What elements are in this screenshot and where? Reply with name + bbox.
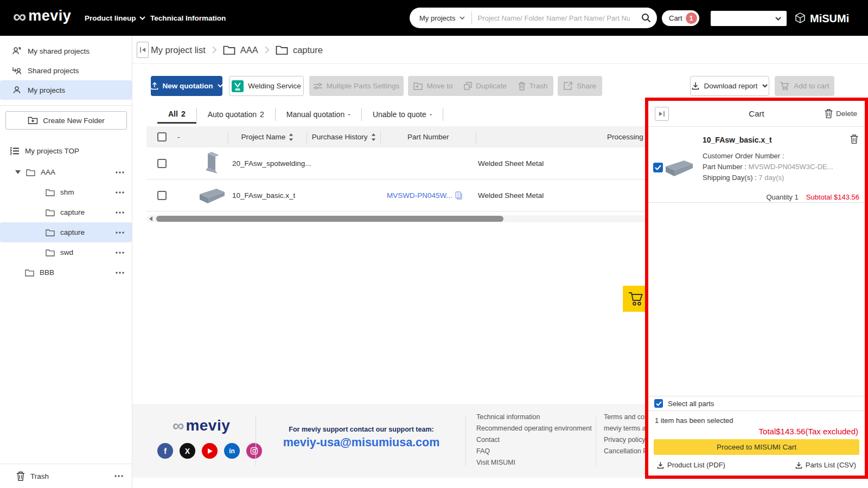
footer-link[interactable]: Contact [476,436,592,447]
sidebar-item-my-projects-top[interactable]: My projects TOP [0,143,132,159]
tab-manual-quotation[interactable]: Manual quotation- [276,105,361,124]
cart-total: Total$143.56(Tax excluded) [655,427,858,436]
caret-down-icon[interactable] [15,170,21,174]
proceed-to-misumi-cart-button[interactable]: Proceed to MISUMI Cart [654,439,859,455]
trash-button[interactable]: Trash [518,82,548,91]
misumi-logo[interactable]: MiSUMi [794,12,849,25]
tree-folder-BBB[interactable]: BBB [0,262,132,282]
checkbox-checked-icon[interactable] [654,399,663,408]
trash-icon[interactable] [850,134,858,144]
row-checkbox[interactable] [157,159,167,168]
add-to-cart-button[interactable]: Add to cart [775,76,834,96]
create-new-folder-button[interactable]: Create New Folder [5,111,127,130]
tree-folder-AAA[interactable]: AAA [0,162,132,182]
search-scope-select[interactable]: My projects [410,8,471,28]
duplicate-button[interactable]: Duplicate [464,82,506,90]
tree-folder-shm[interactable]: shm [0,182,132,202]
search-icon[interactable] [635,8,657,28]
select-all-checkbox[interactable] [157,132,167,142]
linkedin-icon[interactable]: in [224,443,240,459]
more-icon[interactable] [116,232,124,234]
cart-panel: Cart Delete 10_FAsw_basic.x_t Customer O… [648,101,865,476]
nav-product-lineup[interactable]: Product lineup [85,0,145,36]
more-icon[interactable] [116,252,124,254]
nav-technical-information[interactable]: Technical Information [150,0,226,36]
upload-icon [151,82,158,90]
tree-folder-capture-2-selected[interactable]: capture [0,222,132,242]
product-list-pdf-link[interactable]: Product List (PDF) [657,461,725,469]
horizontal-scrollbar[interactable] [146,215,649,222]
breadcrumb-root[interactable]: My project list [151,45,206,55]
sliders-icon [314,82,322,90]
folder-icon [46,229,55,236]
sort-icon[interactable] [289,133,293,141]
footer-link[interactable]: Visit MISUMI [476,459,592,470]
part-number-link[interactable]: MVSWD-PN045W... [387,191,462,200]
youtube-icon[interactable] [202,443,218,459]
global-search: My projects [410,8,657,28]
tree-folder-capture-1[interactable]: capture [0,202,132,222]
share-button[interactable]: Share [558,76,602,96]
more-icon[interactable] [114,475,123,477]
list-icon [10,147,20,155]
tab-unable-to-quote[interactable]: Unable to quote- [362,105,443,124]
footer-link[interactable]: Recommended operating environment [476,425,592,436]
welding-service-button[interactable]: Welding Service [229,76,304,96]
column-project-name[interactable]: Project Name [228,126,307,147]
highlight-annotation: Cart Delete 10_FAsw_basic.x_t Customer O… [645,98,868,479]
cart-delete-button[interactable]: Delete [825,109,857,118]
sidebar-item-my-projects[interactable]: My projects [0,80,132,100]
breadcrumb: My project list AAA capture [151,36,323,64]
more-icon[interactable] [116,171,124,174]
tab-all[interactable]: All2 [157,105,196,124]
multiple-parts-settings-button[interactable]: Multiple Parts Settings [309,76,404,96]
chevron-down-icon [459,16,465,20]
column-select: - [146,126,228,147]
tab-auto-quotation[interactable]: Auto quotation2 [197,105,275,124]
breadcrumb-folder-AAA[interactable]: AAA [223,45,258,55]
tree-folder-swd[interactable]: swd [0,242,132,262]
select-all-parts[interactable]: Select all parts [648,396,865,411]
facebook-icon[interactable]: f [157,443,173,459]
more-icon[interactable] [116,191,124,194]
meviy-logo[interactable]: ∞ meviy [13,8,71,24]
breadcrumb-row: My project list AAA capture [132,36,868,64]
move-to-button[interactable]: Move to [413,82,452,90]
search-input[interactable] [472,14,635,22]
new-quotation-button[interactable]: New quotation [151,76,222,96]
header-cart-button[interactable]: Cart 1 [662,10,699,26]
sidebar-item-shared-projects[interactable]: Shared projects [0,61,132,80]
chevron-right-icon [265,46,269,54]
copy-icon[interactable] [455,191,462,200]
footer-link[interactable]: FAQ [476,447,592,459]
selected-summary: 1 item has been selected [655,416,858,425]
cart-panel-header: Cart Delete [648,101,865,127]
misumi-cube-icon [794,12,806,25]
project-name-cell[interactable]: 20_FAsw_spotwelding... [228,147,307,179]
cart-item-checkbox[interactable] [653,163,663,172]
collapse-left-icon[interactable] [137,42,149,58]
more-icon[interactable] [116,272,124,274]
cart-icon [628,291,644,306]
sidebar-trash[interactable]: Trash [0,464,132,488]
account-select[interactable] [711,11,787,26]
scrollbar-thumb[interactable] [156,216,503,222]
more-icon[interactable] [116,211,124,214]
download-report-button[interactable]: Download report [690,76,769,96]
sort-icon[interactable] [371,133,376,141]
social-links: f X in [157,443,262,459]
part-thumbnail [663,156,695,179]
footer-link[interactable]: Technical information [476,413,592,425]
download-icon [795,461,802,469]
support-email-link[interactable]: meviy-usa@misumiusa.com [257,436,465,450]
parts-list-csv-link[interactable]: Parts List (CSV) [795,461,856,469]
divider [0,105,132,106]
project-name-cell[interactable]: 10_FAsw_basic.x_t [228,179,307,211]
column-purchase-history[interactable]: Purchase History [307,126,380,147]
sidebar-item-my-shared-projects[interactable]: My shared projects [0,41,132,61]
scroll-left-icon[interactable] [149,216,153,221]
folder-icon [26,169,35,176]
x-icon[interactable]: X [180,443,195,459]
breadcrumb-folder-capture[interactable]: capture [276,45,323,55]
row-checkbox[interactable] [157,191,167,200]
